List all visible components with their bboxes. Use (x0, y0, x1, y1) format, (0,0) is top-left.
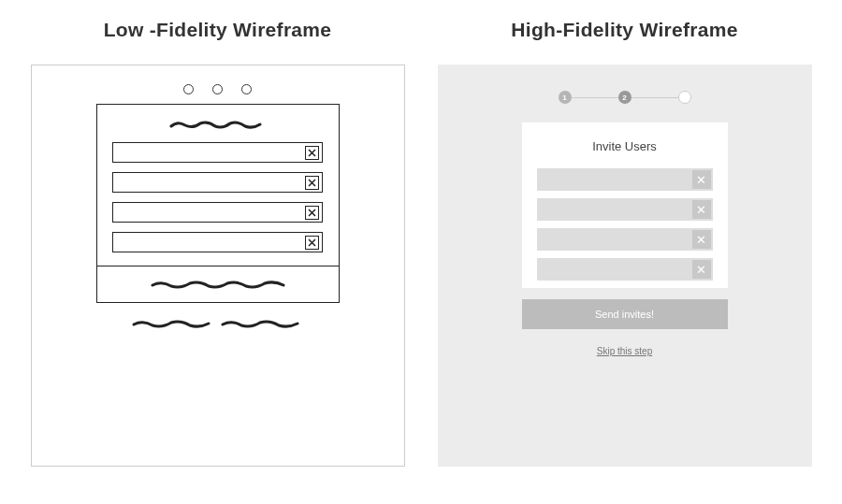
email-input-row[interactable]: ✕ (537, 228, 713, 251)
step-connector (572, 97, 618, 98)
input-row (112, 232, 323, 252)
input-row (112, 202, 323, 223)
step-current[interactable]: 2 (618, 91, 632, 104)
delete-icon (305, 236, 319, 250)
button-scribble (148, 278, 288, 291)
remove-icon[interactable]: ✕ (692, 170, 711, 189)
remove-icon[interactable]: ✕ (692, 230, 711, 249)
remove-icon[interactable]: ✕ (692, 200, 711, 219)
card-title: Invite Users (592, 139, 657, 153)
delete-icon (305, 146, 319, 160)
skip-link[interactable]: Skip this step (597, 346, 652, 356)
progress-stepper: 1 2 (559, 91, 691, 104)
remove-icon[interactable]: ✕ (692, 260, 711, 279)
input-row (112, 142, 323, 163)
low-fidelity-section: Low -Fidelity Wireframe (28, 19, 407, 485)
delete-icon (305, 176, 319, 190)
heading-scribble (167, 118, 269, 131)
hifi-canvas: 1 2 Invite Users ✕ ✕ ✕ ✕ Send invites! S… (438, 65, 812, 467)
hifi-card: Invite Users ✕ ✕ ✕ ✕ (522, 122, 728, 288)
email-input-row[interactable]: ✕ (537, 258, 713, 281)
high-fidelity-section: High-Fidelity Wireframe 1 2 Invite Users… (435, 19, 814, 485)
input-row (112, 172, 323, 193)
skip-scribble (129, 317, 307, 330)
step-done[interactable]: 1 (559, 91, 572, 104)
email-input-row[interactable]: ✕ (537, 198, 713, 221)
lofi-canvas (31, 65, 405, 467)
hifi-title: High-Fidelity Wireframe (511, 19, 737, 41)
send-invites-button[interactable]: Send invites! (522, 299, 728, 329)
step-future[interactable] (678, 91, 691, 104)
step-connector (632, 97, 678, 98)
divider (97, 266, 339, 266)
lofi-card (96, 104, 340, 303)
email-input-row[interactable]: ✕ (537, 168, 713, 191)
step-circle (212, 84, 223, 94)
delete-icon (305, 206, 319, 220)
lofi-title: Low -Fidelity Wireframe (104, 19, 332, 41)
step-circle (241, 84, 252, 94)
progress-stepper (183, 84, 252, 94)
step-circle (183, 84, 194, 94)
